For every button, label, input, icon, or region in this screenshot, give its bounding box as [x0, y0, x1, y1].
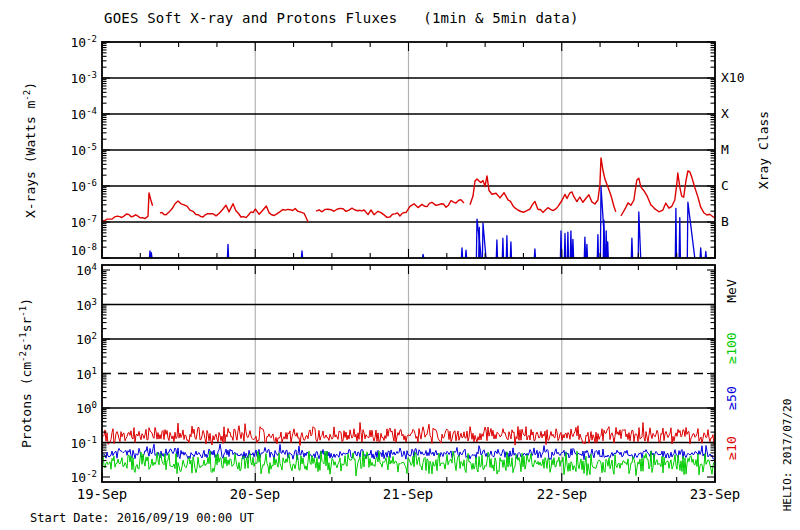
- xray-short-series: [227, 244, 228, 258]
- xray-long-series: [316, 200, 464, 218]
- xray-class-axis-label: Xray Class: [756, 111, 771, 189]
- ytick-label-proton: 100: [76, 400, 97, 416]
- xray-short-series: [679, 218, 680, 258]
- xray-short-series: [567, 232, 568, 258]
- proton-axis-label: Protons (cm-2s-1sr-1): [18, 298, 34, 448]
- ytick-label-xray: 10-5: [71, 142, 98, 158]
- ytick-label-proton: 10-1: [71, 434, 98, 450]
- proton-energy-label-0: MeV: [724, 279, 739, 302]
- xray-short-series: [534, 249, 535, 258]
- ytick-label-proton: 103: [76, 296, 97, 312]
- helio-watermark: HELIO: 2017/07/20: [781, 399, 794, 512]
- xray-class-x: X: [721, 106, 729, 121]
- xray-long-series: [160, 201, 308, 222]
- xray-short-series: [564, 234, 565, 259]
- ytick-label-xray: 10-7: [71, 214, 98, 230]
- xray-short-series: [586, 244, 587, 258]
- xray-short-series: [597, 235, 598, 258]
- goes-flux-monitor: GOES Soft X-ray and Protons Fluxes (1min…: [0, 0, 800, 530]
- chart-title: GOES Soft X-ray and Protons Fluxes (1min…: [104, 10, 579, 26]
- xray-proton-chart: [0, 0, 800, 530]
- xray-short-series: [502, 238, 503, 258]
- proton-energy-label-3: ≥10: [724, 436, 739, 459]
- xray-short-series: [570, 231, 571, 258]
- xray-class-m: M: [721, 142, 729, 157]
- xray-long-series: [470, 158, 616, 213]
- xray-class-b: B: [721, 214, 729, 229]
- ytick-label-proton: 104: [76, 262, 97, 278]
- xray-short-series: [675, 208, 676, 258]
- ytick-label-proton: 101: [76, 365, 97, 381]
- proton-energy-label-2: ≥50: [724, 386, 739, 409]
- start-date-label: Start Date: 2016/09/19 00:00 UT: [30, 511, 254, 525]
- xray-short-series: [572, 239, 573, 258]
- xray-axis-label: X-rays (Watts m-2): [22, 82, 38, 218]
- xray-short-series: [482, 223, 486, 258]
- xray-short-series: [584, 237, 585, 258]
- ytick-label-xray: 10-3: [71, 70, 98, 86]
- xtick-label-22sep: 22-Sep: [537, 486, 588, 502]
- xtick-label-19sep: 19-Sep: [77, 486, 128, 502]
- ytick-label-xray: 10-8: [71, 242, 98, 258]
- xray-short-series: [465, 250, 466, 258]
- xray-short-series: [496, 240, 497, 258]
- xray-short-series: [687, 202, 695, 258]
- ytick-label-xray: 10-2: [71, 34, 98, 50]
- xray-short-series: [510, 242, 511, 258]
- xray-long-series: [102, 193, 153, 221]
- xray-short-series: [638, 212, 641, 258]
- xray-short-series: [506, 236, 507, 258]
- proton-energy-label-1: ≥100: [724, 332, 739, 363]
- xray-short-series: [603, 220, 604, 258]
- ytick-label-proton: 10-2: [71, 469, 98, 485]
- xray-short-series: [607, 242, 608, 258]
- xray-short-series: [700, 248, 701, 258]
- xtick-label-21sep: 21-Sep: [383, 486, 434, 502]
- xtick-label-23sep: 23-Sep: [690, 486, 741, 502]
- xray-short-series: [461, 248, 462, 258]
- xray-class-c: C: [721, 178, 729, 193]
- xray-short-series: [301, 251, 302, 258]
- ytick-label-xray: 10-4: [71, 106, 98, 122]
- ytick-label-xray: 10-6: [71, 178, 98, 194]
- xray-short-series: [479, 227, 480, 258]
- xtick-label-20sep: 20-Sep: [230, 486, 281, 502]
- xray-class-x10: X10: [721, 70, 744, 85]
- xray-short-series: [705, 252, 706, 259]
- xray-long-series: [621, 171, 715, 218]
- xray-short-series: [631, 238, 632, 258]
- ytick-label-proton: 102: [76, 331, 97, 347]
